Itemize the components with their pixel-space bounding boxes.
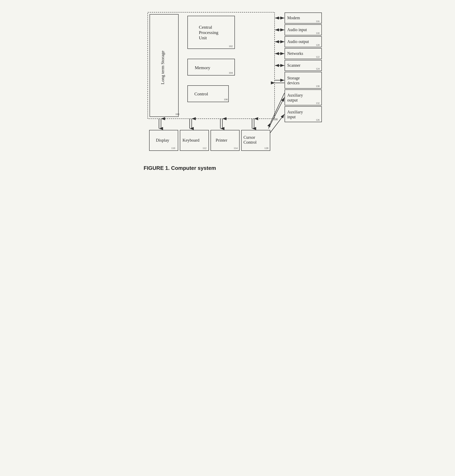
diagram-container: 100 Long term Storage 108 Central Proces… [135,8,320,176]
